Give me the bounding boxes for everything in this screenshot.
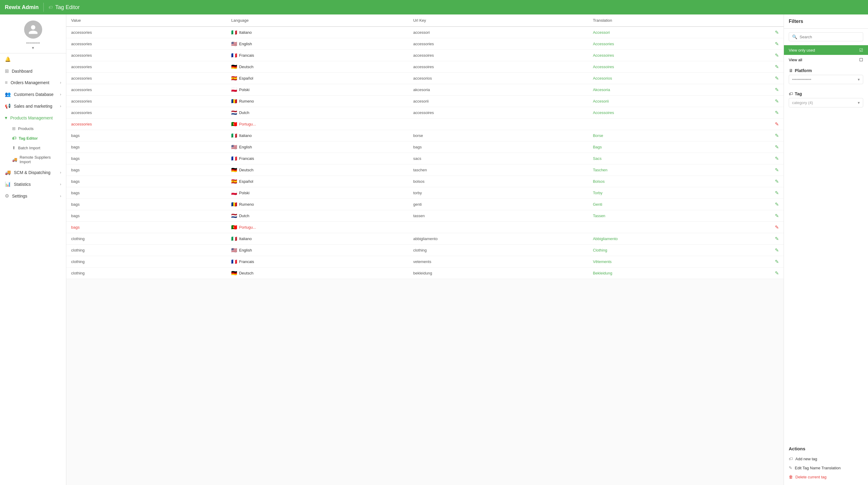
table-row: accessories 🇳🇱 Dutch accessoires Accesso…	[66, 107, 784, 118]
edit-row-icon[interactable]: ✎	[775, 156, 779, 161]
lang-label: English	[239, 41, 252, 46]
cell-action: ✎	[770, 199, 784, 210]
lang-label: English	[239, 248, 252, 253]
edit-row-icon[interactable]: ✎	[775, 87, 779, 92]
products-mgmt-icon: ▾	[5, 115, 7, 121]
tag-section-label: 🏷 Tag	[784, 88, 868, 98]
cell-value: bags	[66, 187, 226, 199]
sidebar-item-statistics[interactable]: 📊 Statistics ›	[0, 178, 66, 190]
edit-row-icon[interactable]: ✎	[775, 270, 779, 276]
add-new-tag-button[interactable]: 🏷 Add new tag	[789, 454, 863, 463]
edit-row-icon[interactable]: ✎	[775, 213, 779, 218]
edit-row-icon[interactable]: ✎	[775, 202, 779, 207]
cell-action: ✎	[770, 118, 784, 130]
cell-value: bags	[66, 210, 226, 222]
edit-row-icon[interactable]: ✎	[775, 236, 779, 241]
sidebar-sub-tag-editor[interactable]: 🏷 Tag Editor	[0, 133, 66, 143]
table-row: clothing 🇫🇷 Francais vetements Vêtements…	[66, 256, 784, 267]
cell-value: bags	[66, 176, 226, 187]
search-input[interactable]	[800, 35, 860, 39]
search-box[interactable]: 🔍	[789, 32, 863, 41]
sidebar-item-products-mgmt[interactable]: ▾ Products Management	[0, 112, 66, 124]
sidebar-item-scm[interactable]: 🚚 SCM & Dispatching ›	[0, 167, 66, 178]
table-header-row: Value Language Url Key Translation	[66, 15, 784, 27]
sidebar-sub-products[interactable]: ⊞ Products	[0, 124, 66, 133]
cell-language: 🇮🇹 Italiano	[226, 27, 408, 38]
sidebar-sub-label: Tag Editor	[19, 136, 38, 141]
edit-row-icon[interactable]: ✎	[775, 98, 779, 104]
cell-urlkey: abbigliamento	[408, 233, 588, 245]
cell-value: accessories	[66, 50, 226, 61]
cell-translation	[588, 222, 770, 233]
cell-translation: Sacs	[588, 153, 770, 164]
edit-row-icon[interactable]: ✎	[775, 179, 779, 184]
lang-label: Francais	[239, 53, 254, 58]
sidebar-item-settings[interactable]: ⚙ Settings ›	[0, 190, 66, 202]
flag-icon: 🇮🇹	[231, 236, 237, 241]
lang-label: Rumeno	[239, 99, 254, 104]
delete-tag-button[interactable]: 🗑 Delete current tag	[789, 472, 863, 481]
view-only-used-label: View only used	[789, 48, 815, 53]
cell-value: accessories	[66, 38, 226, 50]
edit-row-icon[interactable]: ✎	[775, 248, 779, 253]
sidebar-item-customers[interactable]: 👥 Customers Database ›	[0, 88, 66, 100]
edit-row-icon[interactable]: ✎	[775, 133, 779, 138]
cell-translation: Accessori	[588, 27, 770, 38]
cell-language: 🇩🇪 Deutsch	[226, 61, 408, 73]
edit-row-icon[interactable]: ✎	[775, 167, 779, 173]
cell-language: 🇷🇴 Rumeno	[226, 95, 408, 107]
add-tag-label: Add new tag	[795, 457, 817, 461]
right-panel: Filters 🔍 View only used ☑ View all ☐ 🖥 …	[784, 15, 868, 485]
edit-row-icon[interactable]: ✎	[775, 30, 779, 35]
edit-row-icon[interactable]: ✎	[775, 76, 779, 81]
cell-value: clothing	[66, 245, 226, 256]
edit-row-icon[interactable]: ✎	[775, 64, 779, 69]
edit-row-icon[interactable]: ✎	[775, 259, 779, 264]
table-row: clothing 🇩🇪 Deutsch bekleidung Bekleidun…	[66, 267, 784, 279]
lang-label: English	[239, 145, 252, 149]
remote-suppliers-icon: 🚚	[12, 157, 17, 162]
cell-value: bags	[66, 164, 226, 176]
edit-translation-label: Edit Tag Name Translation	[795, 466, 841, 470]
edit-row-icon[interactable]: ✎	[775, 53, 779, 58]
user-dropdown[interactable]: ▼	[31, 46, 35, 50]
cell-value: bags	[66, 130, 226, 141]
flag-icon: 🇪🇸	[231, 178, 237, 184]
tag-select[interactable]: category (4) ▾	[789, 98, 863, 107]
edit-row-icon[interactable]: ✎	[775, 41, 779, 47]
sidebar-item-orders[interactable]: ≡ Orders Management ›	[0, 77, 66, 88]
edit-row-icon[interactable]: ✎	[775, 110, 779, 115]
col-language: Language	[226, 15, 408, 27]
sidebar-item-sales[interactable]: 📢 Sales and marketing ›	[0, 100, 66, 112]
table-row: accessories 🇺🇸 English accessories Acces…	[66, 38, 784, 50]
cell-urlkey: bekleidung	[408, 267, 588, 279]
lang-label: Italiano	[239, 236, 252, 241]
sidebar-item-dashboard[interactable]: ⊞ Dashboard	[0, 65, 66, 77]
table-row: clothing 🇺🇸 English clothing Clothing ✎	[66, 245, 784, 256]
flag-icon: 🇺🇸	[231, 247, 237, 253]
cell-language: 🇪🇸 Español	[226, 73, 408, 84]
sidebar: •••••••••••• ▼ 🔔 ⊞ Dashboard ≡ Orders Ma…	[0, 15, 66, 485]
sidebar-sub-remote-suppliers[interactable]: 🚚 Remote Suppliers Import	[0, 153, 66, 167]
edit-row-icon[interactable]: ✎	[775, 225, 779, 230]
lang-label: Español	[239, 179, 253, 184]
flag-icon: 🇩🇪	[231, 270, 237, 276]
cell-language: 🇮🇹 Italiano	[226, 233, 408, 245]
table-row: bags 🇫🇷 Francais sacs Sacs ✎	[66, 153, 784, 164]
cell-action: ✎	[770, 27, 784, 38]
edit-row-icon[interactable]: ✎	[775, 190, 779, 195]
edit-row-icon[interactable]: ✎	[775, 144, 779, 150]
notification-item[interactable]: 🔔	[0, 53, 66, 65]
cell-value: accessories	[66, 73, 226, 84]
cell-language: 🇳🇱 Dutch	[226, 210, 408, 222]
platform-select[interactable]: •••••••••••••• ▾	[789, 75, 863, 84]
edit-row-icon[interactable]: ✎	[775, 121, 779, 127]
edit-translation-button[interactable]: ✎ Edit Tag Name Translation	[789, 463, 863, 472]
view-only-used-option[interactable]: View only used ☑	[784, 45, 868, 55]
lang-label: Polski	[239, 191, 250, 195]
cell-action: ✎	[770, 95, 784, 107]
cell-translation: Genti	[588, 199, 770, 210]
sidebar-sub-batch-import[interactable]: ⬆ Batch Import	[0, 143, 66, 153]
cell-action: ✎	[770, 176, 784, 187]
view-all-option[interactable]: View all ☐	[784, 55, 868, 64]
